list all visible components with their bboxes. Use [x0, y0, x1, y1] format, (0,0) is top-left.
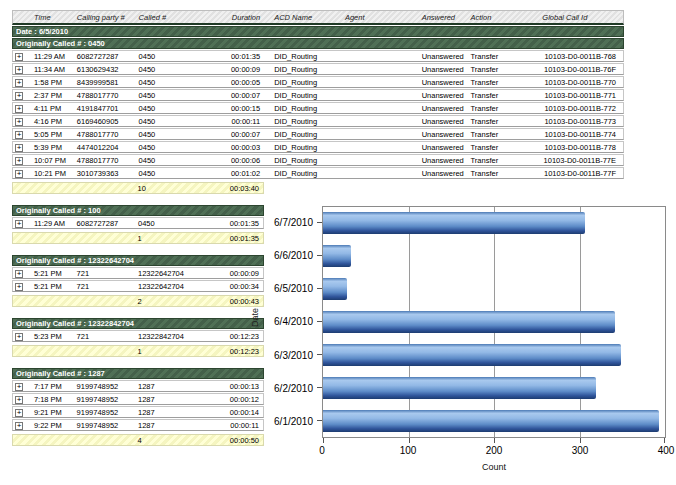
expand-cell: +: [13, 91, 26, 100]
expand-row-button[interactable]: +: [15, 170, 23, 178]
expand-cell: +: [13, 421, 26, 430]
expand-row-button[interactable]: +: [15, 131, 23, 139]
expand-row-button[interactable]: +: [15, 92, 23, 100]
originally-called-group-header: Originally Called # : 0450: [12, 38, 624, 49]
table-row: +11:34 AM6130629432045000:00:09DID_Routi…: [12, 63, 624, 75]
x-axis-tick-label: 200: [486, 445, 503, 456]
expand-cell: +: [13, 269, 26, 278]
x-axis-tick-label: 0: [319, 445, 325, 456]
duration-cell: 00:00:11: [224, 117, 264, 126]
expand-row-button[interactable]: +: [15, 144, 23, 152]
answered-cell: Unanswered: [414, 52, 466, 61]
column-header-called: Called #: [137, 13, 225, 22]
calling-cell: 9199748952: [75, 408, 136, 417]
calling-cell: 721: [75, 269, 136, 278]
table-row: +5:23 PM7211232284270400:12:23: [12, 330, 264, 342]
bar-band: [323, 240, 665, 273]
y-axis-tick-label: 6/1/2010: [264, 405, 316, 438]
expand-cell: +: [13, 104, 26, 113]
time-cell: 11:34 AM: [26, 65, 75, 74]
called-cell: 12322842704: [136, 332, 223, 341]
expand-row-button[interactable]: +: [15, 66, 23, 74]
expand-cell: +: [13, 382, 26, 391]
time-cell: 11:29 AM: [26, 52, 75, 61]
calling-cell: 8439999581: [75, 78, 137, 87]
table-row: +11:29 AM6082727287045000:01:35DID_Routi…: [12, 50, 624, 62]
x-axis-tick-mark: [494, 438, 495, 443]
call-group: Date : 6/5/2010Originally Called # : 045…: [12, 26, 624, 194]
expand-row-button[interactable]: +: [15, 409, 23, 417]
action-cell: Transfer: [466, 78, 536, 87]
acd-cell: DID_Routing: [264, 156, 334, 165]
action-cell: Transfer: [466, 91, 536, 100]
answered-cell: Unanswered: [414, 104, 466, 113]
bar: [323, 311, 615, 333]
answered-cell: Unanswered: [414, 169, 466, 178]
y-axis-tick-labels: 6/7/20106/6/20106/5/20106/4/20106/3/2010…: [264, 206, 316, 438]
y-axis-title: Date: [250, 308, 260, 327]
y-axis-tick-mark: [317, 288, 322, 289]
summary-count: 4: [136, 436, 224, 445]
acd-cell: DID_Routing: [264, 65, 334, 74]
expand-row-button[interactable]: +: [15, 105, 23, 113]
column-header-action: Action: [466, 13, 536, 22]
action-cell: Transfer: [466, 117, 536, 126]
acd-cell: DID_Routing: [264, 130, 334, 139]
expand-row-button[interactable]: +: [15, 118, 23, 126]
expand-row-button[interactable]: +: [15, 53, 23, 61]
expand-row-button[interactable]: +: [15, 157, 23, 165]
calls-by-date-bar-chart: Date 6/7/20106/6/20106/5/20106/4/20106/3…: [248, 196, 676, 485]
expand-row-button[interactable]: +: [15, 396, 23, 404]
date-group-header: Date : 6/5/2010: [12, 26, 624, 37]
bar: [323, 245, 351, 267]
bar-band: [323, 371, 665, 404]
originally-called-group-header: Originally Called # : 1287: [12, 368, 264, 379]
bar: [323, 344, 621, 366]
plot-area: [322, 206, 666, 438]
calling-cell: 6082727287: [75, 219, 136, 228]
expand-cell: +: [13, 395, 26, 404]
expand-row-button[interactable]: +: [15, 383, 23, 391]
expand-row-button[interactable]: +: [15, 283, 23, 291]
time-cell: 10:21 PM: [26, 169, 75, 178]
table-row: +10:21 PM3010739363045000:01:02DID_Routi…: [12, 167, 624, 179]
y-axis-tick-label: 6/6/2010: [264, 239, 316, 272]
originally-called-group-header: Originally Called # : 12322842704: [12, 318, 264, 329]
duration-cell: 00:00:07: [224, 130, 264, 139]
called-cell: 0450: [137, 78, 225, 87]
expand-cell: +: [13, 156, 26, 165]
column-header-calling-party: Calling party #: [75, 13, 137, 22]
time-cell: 9:22 PM: [26, 421, 75, 430]
expand-row-button[interactable]: +: [15, 422, 23, 430]
table-row: +5:05 PM4788017770045000:00:07DID_Routin…: [12, 128, 624, 140]
expand-row-button[interactable]: +: [15, 220, 23, 228]
expand-row-button[interactable]: +: [15, 270, 23, 278]
x-axis-tick-mark: [409, 438, 410, 443]
calling-cell: 9199748952: [75, 421, 136, 430]
gcid-cell: 10103-D0-0011B-778: [535, 143, 623, 152]
expand-cell: +: [13, 282, 26, 291]
expand-row-button[interactable]: +: [15, 79, 23, 87]
expand-cell: +: [13, 52, 26, 61]
expand-cell: +: [13, 408, 26, 417]
action-cell: Transfer: [466, 143, 536, 152]
time-cell: 7:18 PM: [26, 395, 75, 404]
gcid-cell: 10103-D0-0011B-768: [535, 52, 623, 61]
duration-cell: 00:00:15: [224, 104, 264, 113]
expand-row-button[interactable]: +: [15, 333, 23, 341]
called-cell: 0450: [136, 219, 223, 228]
table-header-row: TimeCalling party #Called #DurationACD N…: [12, 10, 624, 25]
bar-band: [323, 306, 665, 339]
x-axis-tick-label: 400: [658, 445, 675, 456]
x-axis-title: Count: [482, 462, 506, 472]
calling-cell: 6169460905: [75, 117, 137, 126]
column-header-acd-name: ACD Name: [264, 13, 334, 22]
expand-cell: +: [13, 169, 26, 178]
originally-called-group-header: Originally Called # : 100: [12, 205, 264, 216]
calling-cell: 4788017770: [75, 130, 137, 139]
y-axis-tick-label: 6/2/2010: [264, 372, 316, 405]
table-row: +7:17 PM9199748952128700:00:13: [12, 380, 264, 392]
expand-cell: +: [13, 219, 26, 228]
calling-cell: 4788017770: [75, 156, 137, 165]
duration-cell: 00:00:09: [224, 65, 264, 74]
